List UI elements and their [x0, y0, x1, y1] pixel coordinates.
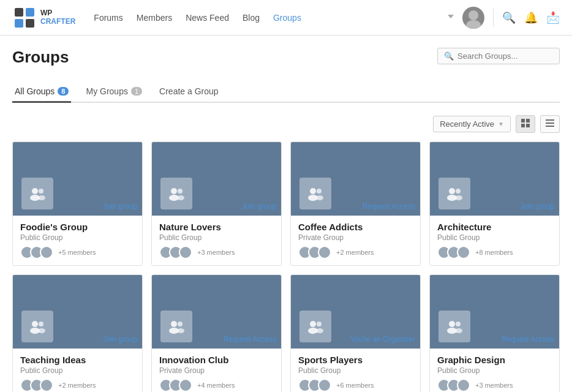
group-card[interactable]: Request Access Coffee Addicts Private Gr… [290, 141, 421, 266]
nav-newsfeed[interactable]: News Feed [186, 10, 229, 25]
nav-groups[interactable]: Groups [273, 10, 301, 25]
group-action-link[interactable]: Join group [103, 335, 137, 344]
svg-point-32 [38, 328, 45, 333]
member-count: +2 members [58, 382, 96, 389]
messages-icon[interactable]: 📩 [546, 11, 560, 24]
member-avatar [318, 246, 331, 259]
nav-members[interactable]: Members [137, 10, 172, 25]
group-card[interactable]: Request Access Innovation Club Private G… [151, 274, 282, 392]
group-info: Nature Lovers Public Group +3 members [152, 216, 281, 265]
svg-rect-0 [15, 8, 23, 17]
group-action-link[interactable]: You're an Organizer [350, 335, 415, 344]
svg-rect-7 [526, 119, 530, 123]
group-card[interactable]: Join group Architecture Public Group +8 … [429, 141, 560, 266]
my-groups-badge: 1 [131, 87, 142, 96]
svg-point-16 [38, 195, 45, 200]
svg-point-5 [466, 20, 481, 29]
group-name: Nature Lovers [159, 222, 274, 232]
group-icon [21, 178, 53, 209]
svg-point-21 [310, 188, 316, 194]
search-groups-bar[interactable]: 🔍 [437, 48, 560, 64]
svg-point-41 [449, 321, 455, 327]
group-type: Private Group [159, 366, 274, 375]
group-members: +4 members [159, 379, 274, 392]
member-count: +2 members [336, 249, 374, 256]
group-action-link[interactable]: Join group [103, 202, 137, 211]
group-card[interactable]: Join group Teaching Ideas Public Group +… [12, 274, 143, 392]
group-action-link[interactable]: Request Access [502, 335, 554, 344]
nav-right: 🔍 🔔 📩 [448, 7, 560, 29]
nav-forums[interactable]: Forums [94, 10, 122, 25]
svg-point-44 [455, 328, 462, 333]
group-icon [438, 311, 470, 342]
group-action-link[interactable]: Request Access [363, 202, 415, 211]
group-type: Public Group [20, 366, 135, 375]
group-card[interactable]: Join group Foodie's Group Public Group +… [12, 141, 143, 266]
member-count: +5 members [58, 249, 96, 256]
svg-rect-8 [521, 124, 525, 127]
group-type: Public Group [298, 366, 413, 375]
tab-all-groups[interactable]: All Groups 8 [12, 81, 71, 103]
group-info: Foodie's Group Public Group +5 members [13, 216, 142, 265]
top-navigation: WP CRAFTER Forums Members News Feed Blog… [0, 0, 572, 36]
logo-crafter: CRAFTER [40, 18, 75, 26]
member-avatars [159, 246, 189, 259]
svg-point-4 [469, 10, 478, 20]
svg-rect-12 [546, 126, 554, 127]
group-card[interactable]: Join group Nature Lovers Public Group +3… [151, 141, 282, 266]
svg-point-30 [39, 322, 43, 326]
group-info: Sports Players Public Group +6 members [291, 349, 420, 392]
avatar[interactable] [462, 7, 484, 29]
groups-grid: Join group Foodie's Group Public Group +… [12, 141, 560, 392]
user-dropdown-arrow[interactable] [448, 15, 454, 21]
all-groups-badge: 8 [58, 87, 69, 96]
group-cover: Join group [430, 142, 559, 216]
member-count: +4 members [197, 382, 235, 389]
group-card[interactable]: You're an Organizer Sports Players Publi… [290, 274, 421, 392]
list-view-button[interactable] [540, 115, 560, 133]
group-icon [160, 178, 192, 209]
group-name: Foodie's Group [20, 222, 135, 232]
member-avatar [179, 379, 192, 392]
notifications-icon[interactable]: 🔔 [524, 11, 538, 24]
tab-create-group[interactable]: Create a Group [157, 81, 221, 103]
svg-point-13 [32, 188, 38, 194]
group-members: +3 members [437, 379, 552, 392]
nav-links: Forums Members News Feed Blog Groups [94, 10, 448, 25]
group-members: +2 members [20, 379, 135, 392]
tab-my-groups[interactable]: My Groups 1 [83, 81, 145, 103]
group-name: Coffee Addicts [298, 222, 413, 232]
group-action-link[interactable]: Request Access [224, 335, 276, 344]
nav-blog[interactable]: Blog [243, 10, 260, 25]
page-title: Groups [12, 48, 69, 67]
group-icon [438, 178, 470, 209]
member-avatar [457, 379, 470, 392]
group-members: +6 members [298, 379, 413, 392]
group-card[interactable]: Request Access Graphic Design Public Gro… [429, 274, 560, 392]
member-avatars [20, 246, 50, 259]
group-info: Innovation Club Private Group +4 members [152, 349, 281, 392]
svg-rect-10 [546, 119, 554, 121]
group-action-link[interactable]: Join group [520, 202, 554, 211]
group-info: Teaching Ideas Public Group +2 members [13, 349, 142, 392]
group-type: Public Group [437, 233, 552, 242]
site-logo[interactable]: WP CRAFTER [12, 6, 75, 30]
grid-view-button[interactable] [516, 115, 535, 133]
group-members: +2 members [298, 246, 413, 259]
group-icon [299, 178, 331, 209]
group-name: Sports Players [298, 355, 413, 365]
recently-active-filter[interactable]: Recently Active ▼ [433, 116, 511, 132]
svg-point-20 [177, 195, 184, 200]
group-icon [160, 311, 192, 342]
group-info: Coffee Addicts Private Group +2 members [291, 216, 420, 265]
member-count: +6 members [336, 382, 374, 389]
search-icon[interactable]: 🔍 [502, 11, 516, 24]
search-groups-input[interactable] [457, 51, 553, 61]
group-action-link[interactable]: Join group [242, 202, 276, 211]
svg-point-36 [177, 328, 184, 333]
group-type: Public Group [159, 233, 274, 242]
svg-point-40 [316, 328, 323, 333]
svg-point-38 [317, 322, 322, 326]
svg-point-34 [178, 322, 183, 326]
member-avatar [40, 379, 53, 392]
